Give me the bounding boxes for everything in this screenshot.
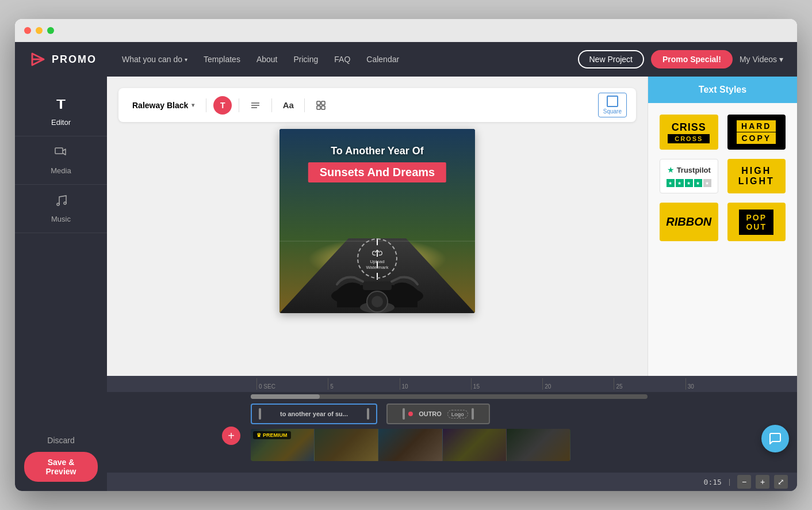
logo-badge: Logo [447, 410, 468, 418]
toolbar-divider-3 [271, 98, 272, 112]
nav-item-whatyoucando[interactable]: What you can do ▾ [115, 51, 194, 67]
style-card-highlight[interactable]: HIGH LIGHT [727, 159, 786, 193]
logo-icon [29, 50, 47, 68]
nav-actions: New Project Promo Special! My Videos ▾ [578, 50, 784, 68]
timeline-area: 0 SEC 5 10 15 20 25 30 [107, 376, 797, 491]
text-editor-icon [54, 97, 68, 115]
style-card-criss-cross[interactable]: CRISS CROSS [660, 115, 718, 150]
svg-rect-12 [317, 106, 320, 109]
my-videos-button[interactable]: My Videos ▾ [740, 55, 783, 64]
clip-handle-left[interactable] [259, 408, 261, 420]
watermark-upload-area[interactable]: UploadWatermark [357, 238, 397, 279]
minimize-dot[interactable] [36, 27, 43, 34]
canvas-wrapper: Raleway Black ▾ T [107, 77, 648, 376]
promo-special-button[interactable]: Promo Special! [651, 50, 733, 68]
text-styles-header: Text Styles [648, 77, 797, 103]
nav-links: What you can do ▾ Templates About Pricin… [115, 51, 577, 67]
save-preview-button[interactable]: Save & Preview [24, 452, 98, 482]
outro-clip[interactable]: OUTRO Logo [386, 404, 490, 424]
text-align-button[interactable] [246, 96, 265, 115]
shape-selector[interactable]: Square [598, 93, 627, 117]
svg-rect-11 [321, 101, 325, 105]
watermark-label: UploadWatermark [366, 259, 389, 271]
new-project-button[interactable]: New Project [578, 50, 644, 68]
style-card-ribbon[interactable]: RIBBON [660, 203, 718, 241]
main-layout: Editor Media [15, 77, 797, 491]
grid-button[interactable] [312, 96, 330, 115]
ruler-marks: 0 SEC 5 10 15 20 25 30 [256, 378, 757, 390]
video-frame-5 [507, 429, 570, 461]
text-style-button[interactable]: Aa [279, 96, 297, 115]
editor-panel: Raleway Black ▾ T [107, 77, 797, 376]
video-frame-3 [378, 429, 442, 461]
timeline-ruler: 0 SEC 5 10 15 20 25 30 [107, 376, 797, 392]
nav-item-calendar[interactable]: Calendar [359, 51, 406, 67]
maximize-dot[interactable] [47, 27, 54, 34]
nav-item-faq[interactable]: FAQ [327, 51, 357, 67]
timeline-content: + to another year of su... [107, 399, 797, 473]
toolbar-divider [206, 98, 206, 112]
style-card-trustpilot[interactable]: ★ Trustpilot ★ ★ ★ ★ ★ [660, 159, 718, 193]
premium-badge: ♛ PREMIUM [253, 431, 291, 439]
outro-dot [408, 412, 413, 416]
sidebar-item-media[interactable]: Media [15, 136, 107, 185]
zoom-out-button[interactable]: − [737, 475, 751, 489]
nav-item-templates[interactable]: Templates [197, 51, 247, 67]
font-selector[interactable]: Raleway Black ▾ [128, 98, 199, 112]
timeline-tracks: to another year of su... OUTRO Logo [107, 404, 797, 468]
sidebar-bottom: Discard Save & Preview [15, 427, 107, 491]
add-clip-button[interactable]: + [222, 427, 240, 445]
chevron-down-icon: ▾ [185, 56, 187, 63]
svg-point-5 [57, 203, 59, 205]
text-styles-grid: CRISS CROSS HARD COPY ★ Trustpilo [648, 103, 797, 253]
outro-handle-right[interactable] [472, 408, 474, 420]
svg-rect-4 [55, 148, 63, 154]
discard-button[interactable]: Discard [47, 436, 74, 445]
svg-rect-19 [363, 281, 392, 290]
clip-handle-right[interactable] [367, 408, 369, 420]
video-strip[interactable]: ♛ PREMIUM [251, 429, 570, 461]
timeline-scrollbar-thumb[interactable] [251, 394, 320, 399]
expand-button[interactable]: ⤢ [774, 475, 788, 489]
ruler-mark-25: 25 [614, 378, 685, 390]
navbar: PROMO What you can do ▾ Templates About … [15, 42, 797, 77]
timecode-display: 0:15 [704, 478, 722, 486]
app-window: PROMO What you can do ▾ Templates About … [15, 19, 797, 491]
sidebar-item-music[interactable]: Music [15, 185, 107, 233]
toolbar-divider-4 [304, 98, 305, 112]
title-bar [15, 19, 797, 42]
style-card-popout[interactable]: POP OUT [727, 203, 786, 241]
sidebar-item-editor[interactable]: Editor [15, 88, 107, 136]
timeline-bottom-bar: 0:15 | − + ⤢ [107, 473, 797, 491]
ruler-mark-15: 15 [471, 378, 542, 390]
zoom-in-button[interactable]: + [756, 475, 769, 489]
nav-item-pricing[interactable]: Pricing [286, 51, 325, 67]
chevron-down-icon: ▾ [191, 102, 194, 108]
style-card-hard-copy[interactable]: HARD COPY [727, 115, 786, 150]
video-canvas[interactable]: To Another Year Of Sunsets And Dreams Up… [279, 129, 475, 313]
chat-button[interactable] [761, 425, 789, 452]
content-area: Raleway Black ▾ T [107, 77, 797, 491]
outro-handle-left[interactable] [403, 408, 405, 420]
text-color-button[interactable]: T [213, 96, 232, 115]
toolbar-divider-2 [239, 98, 239, 112]
timeline-scrollbar-track[interactable] [251, 394, 648, 399]
canvas-text-title: To Another Year Of [331, 145, 424, 157]
ruler-mark-30: 30 [685, 378, 757, 390]
logo[interactable]: PROMO [29, 50, 97, 68]
video-frame-2 [315, 429, 378, 461]
text-track: to another year of su... OUTRO Logo [251, 404, 797, 424]
media-icon [54, 146, 68, 163]
nav-item-about[interactable]: About [250, 51, 285, 67]
ruler-mark-10: 10 [400, 378, 471, 390]
text-clip[interactable]: to another year of su... [251, 404, 377, 424]
right-panel: Text Styles CRISS CROSS HARD COPY [648, 77, 797, 376]
music-icon [54, 194, 68, 211]
chevron-down-icon: ▾ [779, 55, 783, 64]
left-sidebar: Editor Media [15, 77, 107, 491]
close-dot[interactable] [24, 27, 31, 34]
svg-rect-3 [60, 100, 62, 109]
ruler-mark-0sec: 0 SEC [256, 378, 328, 390]
ruler-mark-20: 20 [542, 378, 614, 390]
canvas-text-banner[interactable]: Sunsets And Dreams [308, 162, 446, 182]
